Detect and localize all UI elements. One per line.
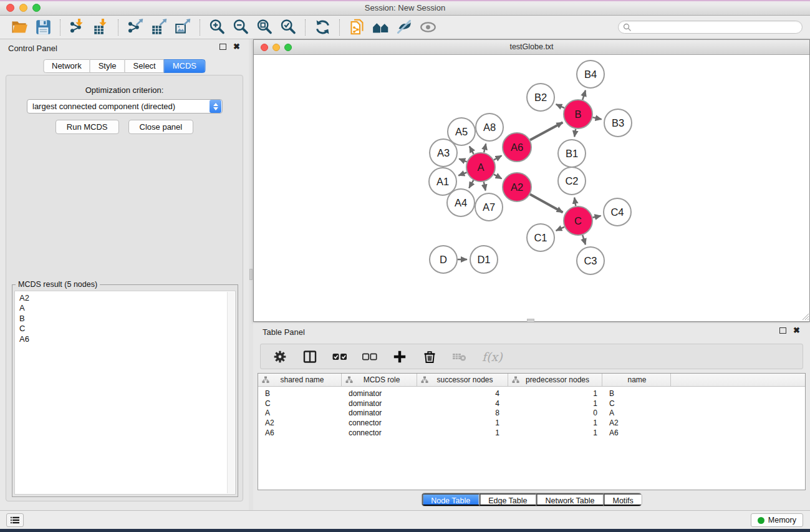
tab-style[interactable]: Style: [90, 59, 125, 73]
graph-node-C1[interactable]: C1: [527, 224, 554, 251]
column-header-MCDS-role[interactable]: MCDS role: [342, 374, 417, 386]
minimize-window-button[interactable]: [19, 4, 27, 12]
graph-edge-A-A7[interactable]: [484, 182, 486, 191]
graph-node-A4[interactable]: A4: [447, 189, 475, 216]
graph-node-A8[interactable]: A8: [476, 114, 503, 141]
refresh-view-button[interactable]: [311, 17, 334, 37]
graph-node-C[interactable]: C: [564, 206, 592, 235]
search-input[interactable]: [634, 22, 798, 32]
graph-node-A6[interactable]: A6: [503, 133, 531, 162]
export-table-button[interactable]: [147, 17, 171, 37]
table-row[interactable]: A2connector11A2: [258, 418, 805, 428]
graph-edge-A-A4[interactable]: [469, 180, 473, 188]
graph-node-B1[interactable]: B1: [558, 140, 586, 167]
open-file-button[interactable]: [7, 17, 31, 37]
resize-grip-icon[interactable]: [801, 312, 809, 320]
zoom-window-button[interactable]: [32, 4, 41, 12]
graph-node-D[interactable]: D: [430, 246, 457, 273]
criterion-select[interactable]: largest connected component (directed): [27, 99, 223, 114]
column-header-successor-nodes[interactable]: successor nodes: [417, 374, 508, 386]
graph-edge-A-A1[interactable]: [458, 173, 466, 176]
close-window-button[interactable]: [6, 4, 14, 12]
network-window-titlebar[interactable]: testGlobe.txt: [254, 40, 809, 55]
mcds-result-list[interactable]: A2ABCA6: [14, 291, 236, 495]
toggle-details-button[interactable]: [416, 17, 440, 37]
zoom-in-button[interactable]: [205, 17, 229, 37]
vertical-splitter[interactable]: [249, 39, 253, 510]
graph-edge-C-C4[interactable]: [592, 216, 600, 218]
graph-node-B[interactable]: B: [564, 100, 592, 128]
zoom-fit-button[interactable]: [253, 17, 276, 37]
graph-node-B3[interactable]: B3: [604, 109, 632, 137]
graph-node-A[interactable]: A: [466, 153, 495, 181]
network-zoom-button[interactable]: [284, 44, 292, 51]
memory-status-button[interactable]: Memory: [751, 513, 803, 527]
select-all-button[interactable]: [332, 349, 347, 364]
close-table-panel-icon[interactable]: ✖: [793, 327, 800, 334]
graph-edge-B-B2[interactable]: [556, 104, 565, 108]
import-table-button[interactable]: [89, 17, 113, 37]
home-view-button[interactable]: [369, 17, 392, 37]
import-network-button[interactable]: [65, 17, 89, 37]
tab-motifs[interactable]: Motifs: [603, 493, 641, 506]
graph-node-C3[interactable]: C3: [577, 247, 604, 274]
run-mcds-button[interactable]: Run MCDS: [55, 120, 119, 134]
table-row[interactable]: A6connector11A6: [258, 428, 805, 438]
graph-node-D1[interactable]: D1: [470, 246, 498, 273]
graph-node-C2[interactable]: C2: [558, 167, 586, 195]
export-image-button[interactable]: [171, 17, 195, 37]
network-canvas[interactable]: B4B2BB3A5A8A6A3B1AA1C2A2A4A7C4CC1C3DD1: [254, 55, 809, 321]
graph-edge-A-A6[interactable]: [494, 156, 502, 160]
table-row[interactable]: Bdominator41B: [258, 389, 805, 399]
graph-edge-B-B3[interactable]: [592, 117, 601, 119]
graph-node-B2[interactable]: B2: [527, 84, 554, 111]
table-row[interactable]: Cdominator41C: [258, 399, 805, 409]
graph-node-A5[interactable]: A5: [448, 118, 475, 145]
tab-network-table[interactable]: Network Table: [536, 493, 604, 506]
graph-edge-A6-B[interactable]: [530, 122, 562, 140]
result-list-item[interactable]: C: [19, 324, 235, 334]
hide-navigator-button[interactable]: [392, 17, 416, 37]
graph-edge-B-B1[interactable]: [574, 129, 576, 137]
export-network-button[interactable]: [123, 17, 147, 37]
graph-node-B4[interactable]: B4: [577, 60, 604, 88]
graph-node-A3[interactable]: A3: [430, 139, 457, 167]
search-box[interactable]: [618, 21, 803, 34]
network-close-button[interactable]: [261, 44, 268, 51]
graph-edge-A2-C[interactable]: [530, 195, 563, 213]
deselect-all-button[interactable]: [362, 349, 377, 364]
column-header-shared-name[interactable]: shared name: [258, 374, 342, 386]
graph-edge-C-C1[interactable]: [556, 227, 565, 231]
result-list-item[interactable]: A6: [19, 334, 235, 344]
close-panel-button[interactable]: Close panel: [128, 120, 194, 134]
graph-node-A1[interactable]: A1: [429, 168, 456, 195]
result-list-item[interactable]: A: [19, 303, 235, 313]
column-header-name[interactable]: name: [602, 374, 671, 386]
duplicate-network-button[interactable]: [345, 17, 369, 37]
tab-edge-table[interactable]: Edge Table: [479, 493, 536, 506]
tab-node-table[interactable]: Node Table: [422, 493, 479, 506]
float-table-panel-icon[interactable]: [779, 327, 786, 334]
network-minimize-button[interactable]: [272, 44, 280, 51]
graph-edge-C-C2[interactable]: [574, 198, 576, 206]
graph-edge-A-A2[interactable]: [494, 175, 502, 179]
save-session-button[interactable]: [31, 17, 55, 37]
graph-node-C4[interactable]: C4: [604, 198, 631, 226]
float-panel-icon[interactable]: [219, 44, 226, 50]
result-list-item[interactable]: A2: [19, 293, 235, 303]
horizontal-splitter-handle[interactable]: [527, 319, 534, 322]
tab-select[interactable]: Select: [125, 59, 165, 73]
close-panel-icon[interactable]: ✖: [233, 44, 240, 50]
zoom-out-button[interactable]: [229, 17, 253, 37]
tab-mcds[interactable]: MCDS: [164, 59, 205, 73]
result-list-item[interactable]: B: [19, 314, 235, 324]
tab-network[interactable]: Network: [43, 59, 90, 73]
settings-button[interactable]: [272, 349, 287, 364]
graph-edge-A-A3[interactable]: [459, 159, 466, 162]
task-history-button[interactable]: [6, 513, 24, 527]
add-entry-button[interactable]: [392, 349, 407, 364]
graph-edge-A-A5[interactable]: [470, 147, 474, 154]
delete-entry-button[interactable]: [422, 349, 437, 364]
table-row[interactable]: Adominator80A: [258, 408, 805, 418]
zoom-selected-button[interactable]: [276, 17, 300, 37]
